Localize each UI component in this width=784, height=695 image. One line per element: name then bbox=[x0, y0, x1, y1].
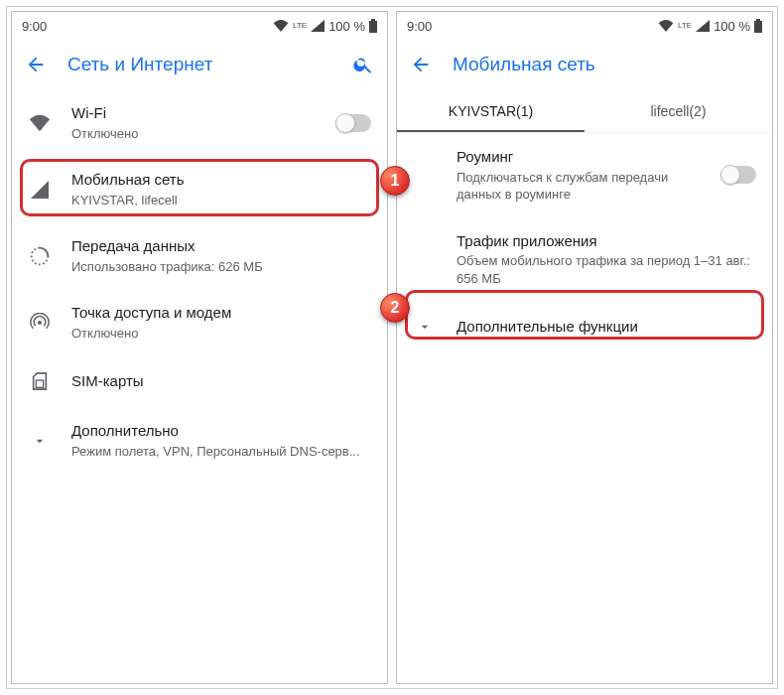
item-subtitle: Отключено bbox=[71, 125, 318, 143]
signal-icon bbox=[311, 20, 325, 32]
tab-sim-1[interactable]: KYIVSTAR(1) bbox=[397, 89, 585, 132]
status-time: 9:00 bbox=[22, 19, 47, 34]
list-item-wifi[interactable]: Wi-Fi Отключено bbox=[12, 89, 387, 156]
battery-icon bbox=[369, 19, 377, 33]
svg-point-2 bbox=[38, 321, 42, 325]
svg-rect-1 bbox=[371, 19, 375, 21]
list-item-additional-functions[interactable]: Дополнительные функции bbox=[397, 301, 772, 352]
battery-label: 100 % bbox=[328, 19, 365, 34]
item-subtitle: Использовано трафика: 626 МБ bbox=[71, 258, 371, 276]
battery-label: 100 % bbox=[714, 19, 750, 34]
status-time: 9:00 bbox=[407, 19, 432, 34]
wifi-icon bbox=[273, 20, 289, 32]
phone-right: 9:00 LTE 100 % Мобильная сеть bbox=[396, 11, 773, 684]
item-title: Мобильная сеть bbox=[71, 170, 371, 190]
signal-icon bbox=[696, 20, 710, 32]
lte-label: LTE bbox=[678, 22, 692, 30]
lte-label: LTE bbox=[293, 22, 307, 30]
item-title: Wi-Fi bbox=[71, 103, 318, 123]
item-title: Трафик приложения bbox=[457, 231, 756, 251]
item-title: Дополнительные функции bbox=[457, 317, 756, 337]
wifi-toggle[interactable] bbox=[337, 114, 371, 132]
data-usage-icon bbox=[28, 244, 52, 268]
svg-rect-4 bbox=[754, 21, 762, 33]
roaming-toggle[interactable] bbox=[722, 166, 756, 184]
list-item-roaming[interactable]: Роуминг Подключаться к службам передачи … bbox=[397, 133, 772, 217]
mobile-network-list: Роуминг Подключаться к службам передачи … bbox=[397, 133, 772, 352]
list-item-advanced[interactable]: Дополнительно Режим полета, VPN, Персона… bbox=[12, 407, 387, 474]
wifi-icon bbox=[658, 20, 674, 32]
signal-icon bbox=[28, 178, 52, 202]
step-badge-2: 2 bbox=[380, 293, 410, 323]
svg-rect-3 bbox=[36, 380, 43, 387]
status-indicators: LTE 100 % bbox=[658, 19, 762, 34]
list-item-data-usage[interactable]: Передача данных Использовано трафика: 62… bbox=[12, 222, 387, 289]
svg-rect-5 bbox=[756, 19, 760, 21]
status-indicators: LTE 100 % bbox=[273, 19, 377, 34]
item-title: Передача данных bbox=[71, 236, 371, 256]
item-subtitle: KYIVSTAR, lifecell bbox=[71, 192, 371, 209]
item-subtitle: Отключено bbox=[71, 325, 371, 343]
wifi-icon bbox=[28, 111, 52, 135]
page-title: Мобильная сеть bbox=[453, 54, 760, 75]
sim-tabs: KYIVSTAR(1) lifecell(2) bbox=[397, 89, 772, 133]
back-button[interactable] bbox=[24, 53, 48, 76]
step-badge-1: 1 bbox=[380, 166, 410, 196]
page-title: Сеть и Интернет bbox=[67, 54, 331, 75]
search-button[interactable] bbox=[351, 53, 375, 76]
list-item-hotspot[interactable]: Точка доступа и модем Отключено bbox=[12, 289, 387, 355]
battery-icon bbox=[754, 19, 762, 33]
item-subtitle: Подключаться к службам передачи данных в… bbox=[457, 169, 703, 204]
phone-left: 9:00 LTE 100 % Сеть и Интернет bbox=[11, 11, 388, 684]
item-title: Дополнительно bbox=[71, 421, 371, 441]
item-title: SIM-карты bbox=[71, 371, 371, 391]
hotspot-icon bbox=[28, 311, 52, 335]
app-bar: Мобильная сеть bbox=[397, 40, 772, 89]
status-bar: 9:00 LTE 100 % bbox=[397, 12, 772, 40]
list-item-sim[interactable]: SIM-карты bbox=[12, 355, 387, 407]
back-button[interactable] bbox=[409, 53, 433, 76]
list-item-app-traffic[interactable]: Трафик приложения Объем мобильного трафи… bbox=[397, 217, 772, 302]
item-subtitle: Объем мобильного трафика за период 1–31 … bbox=[457, 252, 756, 287]
list-item-mobile-network[interactable]: Мобильная сеть KYIVSTAR, lifecell bbox=[12, 156, 387, 222]
chevron-down-icon bbox=[28, 429, 52, 453]
tab-sim-2[interactable]: lifecell(2) bbox=[585, 89, 772, 132]
svg-rect-0 bbox=[369, 21, 377, 33]
app-bar: Сеть и Интернет bbox=[12, 40, 387, 89]
item-title: Роуминг bbox=[457, 147, 703, 167]
status-bar: 9:00 LTE 100 % bbox=[12, 12, 387, 40]
item-title: Точка доступа и модем bbox=[71, 303, 371, 323]
chevron-down-icon bbox=[413, 315, 437, 339]
sim-icon bbox=[28, 369, 52, 393]
settings-list: Wi-Fi Отключено Мобильная сеть KYIVSTAR,… bbox=[12, 89, 387, 474]
item-subtitle: Режим полета, VPN, Персональный DNS-серв… bbox=[71, 443, 371, 461]
